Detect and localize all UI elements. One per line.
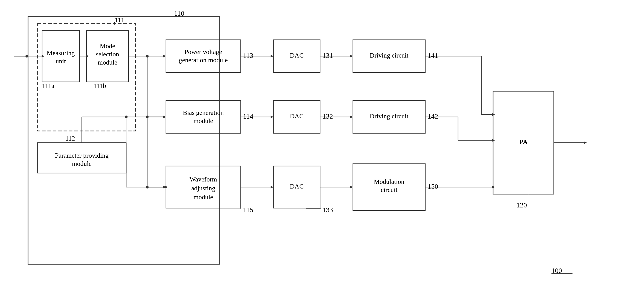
parameter-label1: Parameter providing xyxy=(55,152,108,159)
power-voltage-label1: Power voltage xyxy=(184,48,222,56)
arrow-param-wave xyxy=(165,186,168,188)
arrow-dac2-drv2 xyxy=(350,116,353,118)
ref-133: 133 xyxy=(322,206,333,213)
measuring-unit-label2: unit xyxy=(56,58,66,65)
pa-label: PA xyxy=(519,138,528,145)
bias-gen-box xyxy=(166,101,241,133)
arrow-drv2-pa xyxy=(492,139,495,142)
ref-132: 132 xyxy=(322,112,333,120)
arrow-meas-mode xyxy=(86,55,89,58)
bias-gen-label1: Bias generation xyxy=(183,109,224,116)
ref-111: 111 xyxy=(114,16,124,24)
ref-111b: 111b xyxy=(94,82,106,89)
arrow-dac1-drv1 xyxy=(350,55,353,58)
measuring-unit-label: Measuring xyxy=(47,49,75,57)
dac1-label: DAC xyxy=(290,52,304,59)
mod-label1: Modulation xyxy=(374,178,404,185)
parameter-label2: module xyxy=(72,160,92,167)
ref-112: 112 xyxy=(66,135,75,142)
arrow-bias-dac2 xyxy=(270,116,274,118)
ref-131: 131 xyxy=(322,52,333,59)
mod-label2: circuit xyxy=(381,186,398,193)
power-voltage-label2: generation module xyxy=(179,56,228,64)
arrow-input-meas xyxy=(42,55,44,58)
ref-114: 114 xyxy=(243,112,253,120)
arrow-to-power xyxy=(163,55,166,58)
arrow-mod-pa xyxy=(492,186,495,188)
ref-100: 100 xyxy=(552,267,562,274)
arrow-dac3-mod xyxy=(350,186,353,188)
power-voltage-box xyxy=(166,40,241,73)
waveform-label3: module xyxy=(194,193,213,201)
ref-113: 113 xyxy=(243,52,253,59)
dac2-label: DAC xyxy=(290,113,304,120)
ref-110: 110 xyxy=(174,9,184,17)
ref-142: 142 xyxy=(428,112,438,120)
diagram-container: 110 111 Measuring unit 111a Mode selecti… xyxy=(14,9,631,281)
arrow-drv1-pa xyxy=(492,113,495,116)
ref-141: 141 xyxy=(428,52,438,59)
drv2-label: Driving circuit xyxy=(370,113,408,120)
dac3-label: DAC xyxy=(290,183,304,190)
ref-150: 150 xyxy=(428,182,438,190)
waveform-label1: Waveform xyxy=(190,176,217,183)
ref-115: 115 xyxy=(243,206,253,213)
ref-111a: 111a xyxy=(42,82,54,89)
arrow-power-dac1 xyxy=(270,55,274,58)
mode-selection-label2: selection xyxy=(96,51,119,58)
ref-120: 120 xyxy=(516,201,527,209)
waveform-label2: adjusting xyxy=(192,184,216,192)
arrow-pa-out xyxy=(584,141,586,144)
mode-selection-label3: module xyxy=(98,59,117,66)
bias-gen-label2: module xyxy=(194,117,213,124)
drv1-label: Driving circuit xyxy=(370,52,408,59)
mode-selection-label1: Mode xyxy=(100,42,115,50)
arrow-wave-dac3 xyxy=(270,186,274,188)
